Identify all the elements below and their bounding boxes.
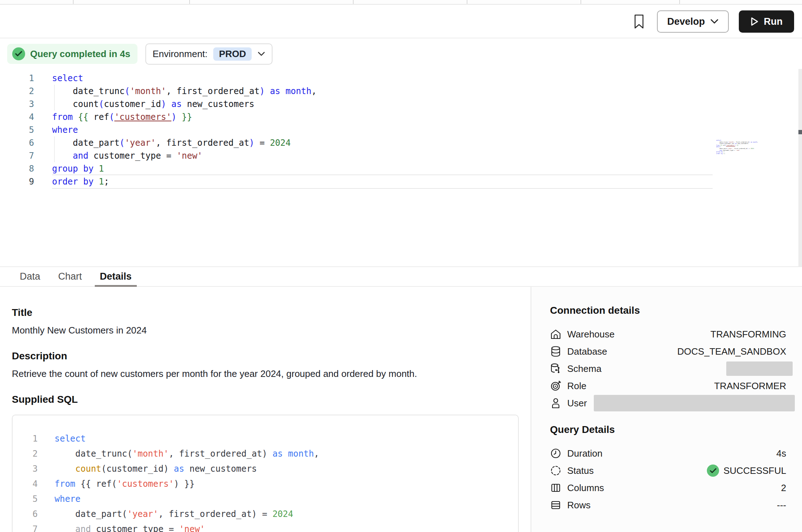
tab-data[interactable]: Data [15,267,45,286]
run-label: Run [764,16,783,27]
meta-label: Status [567,465,594,476]
query-status-pill: Query completed in 4s [7,44,137,64]
tab-chart[interactable]: Chart [53,267,87,286]
query-status-bar: Query completed in 4s Environment: PROD [0,39,802,69]
code-line: 6 date_part('year', first_ordered_at) = … [0,136,802,149]
run-button[interactable]: Run [739,10,794,33]
meta-value: DOCS_TEAM_SANDBOX [677,346,786,357]
clock-icon [550,448,561,459]
line-number: 3 [0,98,34,111]
query-details-heading: Query Details [550,424,786,435]
toolbar: Develop Run [0,5,802,38]
details-panel: Title Monthly New Customers in 2024 Desc… [0,287,531,532]
develop-menu-button[interactable]: Develop [657,10,728,33]
chevron-down-icon [710,19,719,24]
tab-divider [73,0,74,4]
line-number: 8 [0,162,34,175]
code-line: 8group by 1 [0,162,802,175]
environment-select[interactable]: Environment: PROD [145,43,272,65]
meta-label: User [567,398,587,409]
code-line: 7 and customer_type = 'new' [0,149,802,162]
check-circle-icon [12,47,25,60]
tab-details[interactable]: Details [95,267,137,286]
role-icon [550,380,561,392]
code-line: 4from {{ ref('customers') }} [0,111,802,123]
meta-row-warehouse: WarehouseTRANSFORMING [550,326,786,343]
code-line: 2 date_trunc('month', first_ordered_at) … [0,85,802,98]
tab-divider [580,0,581,4]
meta-row-columns: Columns2 [550,479,786,496]
line-number: 2 [24,446,38,461]
redacted-value [726,361,793,376]
line-number: 6 [0,136,34,149]
develop-label: Develop [667,16,705,27]
meta-row-schema: Schema [550,360,786,377]
connection-panel: Connection details WarehouseTRANSFORMING… [531,287,802,532]
meta-label: Duration [567,448,602,459]
code-line: 9order by 1; [0,175,802,188]
tab-divider [467,0,467,4]
code-line: 6 date_part('year', first_ordered_at) = … [24,507,518,522]
result-tabs: DataChartDetails [0,266,802,287]
scrollbar-thumb[interactable] [798,130,802,134]
indent-guide [54,85,55,111]
line-number: 5 [24,491,38,507]
code-line: 3 count(customer_id) as new_customers [0,98,802,111]
meta-value: 2 [781,482,786,494]
line-number: 6 [24,507,38,522]
connection-details-heading: Connection details [550,305,786,316]
line-number: 4 [0,111,34,123]
meta-label: Schema [567,363,601,374]
database-icon [550,346,561,357]
line-number: 3 [24,461,38,476]
supplied-sql-heading: Supplied SQL [12,394,531,405]
sql-editor[interactable]: 1select2 date_trunc('month', first_order… [0,69,802,266]
line-number: 5 [0,123,34,136]
schema-icon [550,363,561,374]
meta-row-rows: Rows--- [550,496,786,514]
tab-divider [353,0,354,4]
meta-row-role: RoleTRANSFORMER [550,377,786,395]
chevron-down-icon [257,51,265,56]
line-number: 7 [0,149,34,162]
code-line: 7 and customer_type = 'new' [24,522,518,532]
code-line: 5where [0,123,802,136]
rows-icon [550,499,561,511]
meta-value: SUCCESSFUL [707,465,786,477]
meta-value: TRANSFORMER [714,381,786,392]
meta-row-status: StatusSUCCESSFUL [550,462,786,479]
redacted-value [594,395,795,411]
meta-value [594,395,786,411]
meta-label: Rows [567,500,591,511]
description-heading: Description [12,350,531,362]
meta-label: Columns [567,482,604,494]
bookmark-button[interactable] [631,13,647,30]
code-line: 1select [0,72,802,85]
line-number: 7 [24,522,38,532]
editor-minimap[interactable]: select date_trunc('month', first_ordered… [716,140,755,154]
title-value: Monthly New Customers in 2024 [12,325,531,336]
line-number: 4 [24,476,38,491]
editor-code[interactable]: 1select2 date_trunc('month', first_order… [0,69,802,188]
supplied-sql-block: 1select2 date_trunc('month', first_order… [12,415,519,532]
code-line: 5where [24,491,518,507]
meta-value: 4s [777,448,786,459]
meta-value: TRANSFORMING [710,329,786,340]
line-number: 9 [0,175,34,188]
meta-label: Database [567,346,607,357]
indent-guide [54,136,55,162]
line-number: 1 [24,431,38,446]
editor-scrollbar[interactable] [798,69,802,266]
title-heading: Title [12,307,531,318]
code-line: 2 date_trunc('month', first_ordered_at) … [24,446,518,461]
meta-row-duration: Duration4s [550,445,786,462]
meta-label: Role [567,381,586,392]
meta-value [726,361,786,376]
play-icon [750,17,759,26]
user-icon [550,397,561,409]
browser-tab-strip [0,0,802,5]
meta-row-database: DatabaseDOCS_TEAM_SANDBOX [550,343,786,360]
query-status-text: Query completed in 4s [30,48,130,60]
warehouse-icon [550,328,561,340]
meta-row-user: User [550,395,786,412]
